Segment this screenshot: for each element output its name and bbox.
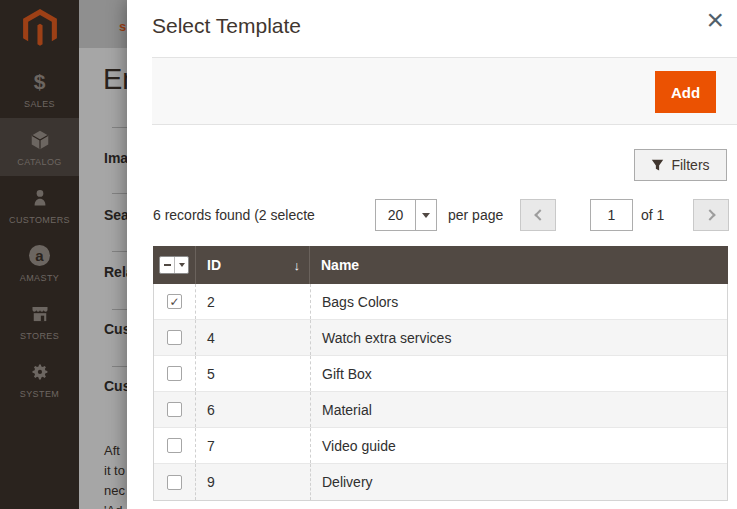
row-select-cell (154, 356, 196, 391)
row-name-cell: Watch extra services (311, 320, 727, 355)
table-row[interactable]: 9 Delivery (154, 464, 727, 500)
filter-funnel-icon (651, 159, 664, 172)
row-name-cell: Material (311, 392, 727, 427)
modal-toolbar: Add (152, 57, 737, 125)
chevron-down-icon (174, 257, 188, 273)
table-row[interactable]: 7 Video guide (154, 428, 727, 464)
row-name-cell: Gift Box (311, 356, 727, 391)
row-checkbox[interactable] (167, 366, 182, 381)
chevron-left-icon (534, 209, 545, 220)
row-select-cell (154, 320, 196, 355)
table-row[interactable]: ✓ 2 Bags Colors (154, 284, 727, 320)
records-count-text: 6 records found (2 selecte (153, 199, 358, 231)
table-row[interactable]: 4 Watch extra services (154, 320, 727, 356)
row-name-cell: Bags Colors (311, 284, 727, 319)
templates-grid: ID ↓ Name ✓ 2 Bags Colors 4 Watch extra … (153, 246, 728, 501)
select-template-modal: Select Template × Add Filters 6 records … (127, 0, 737, 509)
per-page-value: 20 (376, 200, 415, 230)
row-id-cell: 6 (196, 392, 311, 427)
table-row[interactable]: 5 Gift Box (154, 356, 727, 392)
column-header-id-label: ID (207, 257, 221, 273)
add-button[interactable]: Add (655, 71, 716, 113)
row-select-cell (154, 464, 196, 500)
chevron-down-icon (415, 200, 436, 230)
row-id-cell: 7 (196, 428, 311, 463)
row-name-cell: Video guide (311, 428, 727, 463)
previous-page-button[interactable] (520, 199, 556, 231)
row-id-cell: 4 (196, 320, 311, 355)
row-id-cell: 5 (196, 356, 311, 391)
row-checkbox[interactable] (167, 402, 182, 417)
row-id-cell: 9 (196, 464, 311, 500)
next-page-button[interactable] (693, 199, 729, 231)
row-select-cell: ✓ (154, 284, 196, 319)
row-name-cell: Delivery (311, 464, 727, 500)
select-all-dropdown[interactable] (159, 256, 189, 274)
per-page-label: per page (448, 199, 503, 231)
column-header-name-label: Name (321, 257, 359, 273)
page-number-input[interactable] (590, 199, 633, 231)
row-select-cell (154, 392, 196, 427)
row-checkbox[interactable]: ✓ (167, 294, 182, 309)
row-checkbox[interactable] (167, 475, 182, 490)
page-count-label: of 1 (641, 199, 664, 231)
modal-title: Select Template (152, 14, 301, 38)
row-checkbox[interactable] (167, 330, 182, 345)
sort-descending-icon: ↓ (294, 258, 301, 273)
filters-button-label: Filters (671, 157, 709, 173)
indeterminate-dash-icon (160, 257, 174, 273)
row-id-cell: 2 (196, 284, 311, 319)
grid-body: ✓ 2 Bags Colors 4 Watch extra services 5… (153, 284, 728, 501)
table-row[interactable]: 6 Material (154, 392, 727, 428)
close-icon[interactable]: × (706, 5, 724, 35)
column-header-name[interactable]: Name (310, 246, 728, 284)
select-all-column-header (153, 246, 195, 284)
row-select-cell (154, 428, 196, 463)
column-header-id[interactable]: ID ↓ (195, 246, 310, 284)
per-page-select[interactable]: 20 (375, 199, 437, 231)
grid-header-row: ID ↓ Name (153, 246, 728, 284)
filters-button[interactable]: Filters (634, 149, 727, 181)
chevron-right-icon (704, 209, 715, 220)
row-checkbox[interactable] (167, 438, 182, 453)
